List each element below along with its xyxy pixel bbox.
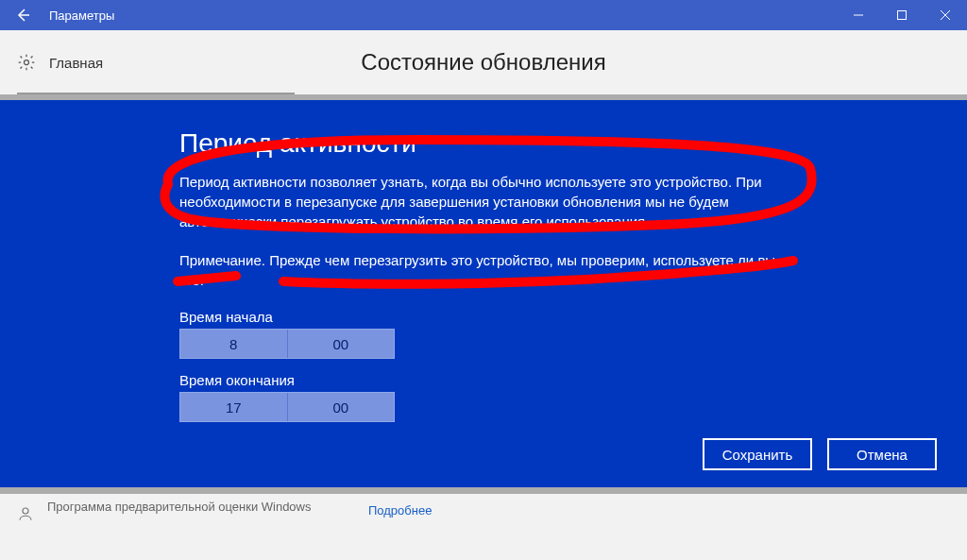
active-hours-dialog: Период активности Период активности позв… (0, 100, 967, 487)
end-minute-cell[interactable]: 00 (288, 393, 395, 421)
dialog-buttons: Сохранить Отмена (703, 438, 937, 470)
maximize-icon (896, 9, 908, 21)
start-time-picker[interactable]: 8 00 (179, 329, 395, 359)
details-link[interactable]: Подробнее (368, 503, 432, 518)
end-time-label: Время окончания (179, 372, 831, 388)
maximize-button[interactable] (880, 0, 924, 30)
arrow-left-icon (15, 8, 30, 23)
page-title: Состояние обновления (361, 49, 605, 76)
person-icon (17, 505, 34, 522)
save-button[interactable]: Сохранить (703, 438, 812, 470)
svg-rect-0 (898, 11, 907, 20)
window-title: Параметры (45, 8, 114, 23)
bottom-row: Программа предварительной оценки Windows… (0, 494, 967, 560)
start-time-group: Время начала 8 00 (179, 309, 831, 359)
svg-point-2 (23, 508, 28, 514)
insider-program-label[interactable]: Программа предварительной оценки Windows (47, 500, 331, 514)
close-icon (940, 9, 951, 21)
end-hour-cell[interactable]: 17 (180, 393, 288, 421)
end-time-group: Время окончания 17 00 (179, 372, 831, 422)
nav-home[interactable]: Главная (49, 55, 295, 71)
gear-icon (17, 53, 36, 72)
subheader: Главная Состояние обновления (0, 30, 967, 94)
minimize-button[interactable] (837, 0, 880, 30)
window-controls (837, 0, 967, 30)
start-minute-cell[interactable]: 00 (288, 330, 395, 358)
start-hour-cell[interactable]: 8 (180, 330, 288, 358)
dialog-paragraph-2: Примечание. Прежде чем перезагрузить это… (179, 250, 803, 290)
back-button[interactable] (0, 0, 45, 30)
close-button[interactable] (924, 0, 967, 30)
svg-point-1 (25, 60, 29, 65)
start-time-label: Время начала (179, 309, 831, 325)
minimize-icon (853, 9, 864, 21)
end-time-picker[interactable]: 17 00 (179, 392, 395, 422)
dialog-heading: Период активности (179, 128, 831, 159)
dialog-paragraph-1: Период активности позволяет узнать, когд… (179, 172, 803, 231)
titlebar: Параметры (0, 0, 967, 30)
cancel-button[interactable]: Отмена (827, 438, 937, 470)
